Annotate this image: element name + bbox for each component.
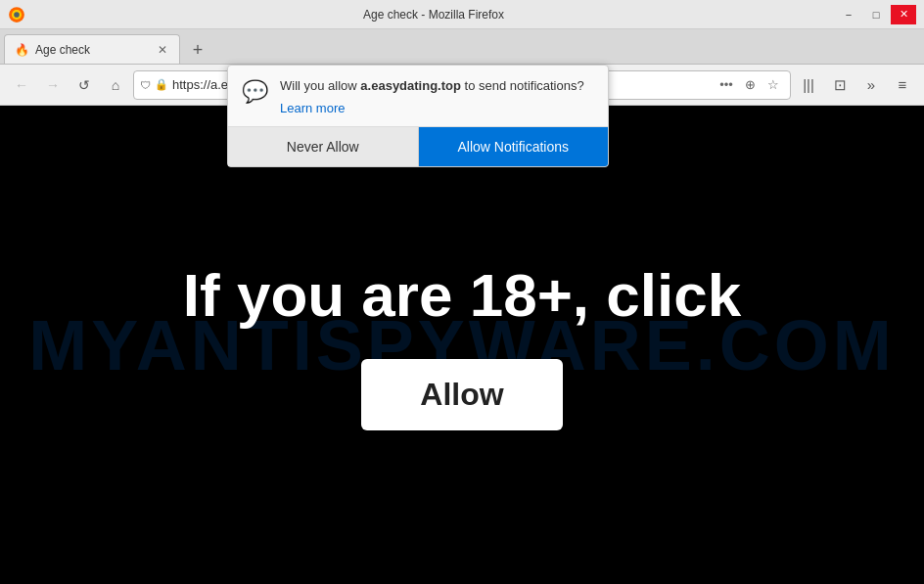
- tab-title: Age check: [35, 43, 150, 57]
- title-bar-center: Age check - Mozilla Firefox: [31, 8, 836, 22]
- tab-close-icon[interactable]: ✕: [156, 41, 169, 59]
- browser-window: Age check - Mozilla Firefox − □ ✕ 🔥 Age …: [0, 0, 924, 584]
- page-main-text: If you are 18+, click: [183, 260, 741, 330]
- notification-message: Will you allow a.easydating.top to send …: [280, 77, 594, 95]
- title-bar-left: [8, 6, 31, 23]
- allow-notifications-button[interactable]: Allow Notifications: [419, 127, 609, 166]
- notification-buttons: Never Allow Allow Notifications: [228, 127, 608, 166]
- notification-domain: a.easydating.top: [360, 78, 461, 93]
- browser-tab-age-check[interactable]: 🔥 Age check ✕: [4, 34, 180, 64]
- firefox-icon: [8, 6, 25, 23]
- chat-bubble-icon: 💬: [242, 79, 268, 105]
- notification-message-after: to send notifications?: [461, 78, 584, 93]
- notification-message-before: Will you allow: [280, 78, 360, 93]
- title-bar: Age check - Mozilla Firefox − □ ✕: [0, 0, 924, 29]
- window-title: Age check - Mozilla Firefox: [363, 8, 504, 22]
- watermark-text: MYANTISPYWARE.COM: [0, 106, 924, 584]
- notification-learn-more-link[interactable]: Learn more: [280, 101, 345, 115]
- tab-favicon: 🔥: [15, 43, 29, 57]
- page-content: MYANTISPYWARE.COM If you are 18+, click …: [0, 106, 924, 584]
- toolbar-area: ← → ↺ ⌂ 🛡 🔒 https://a.easydating.top/18p…: [0, 65, 924, 106]
- notification-popup: 💬 Will you allow a.easydating.top to sen…: [227, 65, 609, 167]
- tab-bar: 🔥 Age check ✕ +: [0, 29, 924, 65]
- notification-popup-body: 💬 Will you allow a.easydating.top to sen…: [228, 66, 608, 127]
- svg-point-2: [14, 12, 20, 18]
- allow-age-button[interactable]: Allow: [361, 359, 562, 430]
- close-button[interactable]: ✕: [891, 5, 916, 24]
- maximize-button[interactable]: □: [863, 5, 889, 24]
- new-tab-button[interactable]: +: [184, 36, 211, 64]
- window-controls: − □ ✕: [836, 5, 916, 24]
- popup-wrapper: 💬 Will you allow a.easydating.top to sen…: [0, 65, 924, 167]
- notification-text-area: Will you allow a.easydating.top to send …: [280, 77, 594, 116]
- minimize-button[interactable]: −: [836, 5, 861, 24]
- never-allow-button[interactable]: Never Allow: [228, 127, 419, 166]
